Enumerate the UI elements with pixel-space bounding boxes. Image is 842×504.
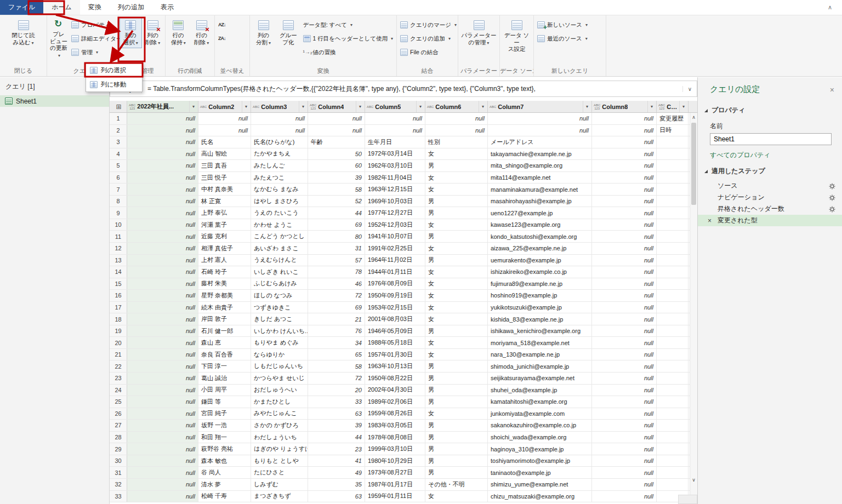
query-name-input[interactable] [710,133,832,145]
cell[interactable]: かつらやま せいじ [251,373,308,384]
cell[interactable]: 女 [425,290,488,301]
cell[interactable]: 生年月日 [365,136,425,148]
cell[interactable] [657,172,689,184]
cell[interactable]: null [592,136,657,148]
cell[interactable]: 1999年03月10日 [365,443,425,455]
cell[interactable]: 三田 真吾 [198,160,251,171]
cell[interactable]: null [592,172,657,184]
cell[interactable]: null [592,491,657,502]
cell[interactable]: 女 [425,491,488,502]
cell[interactable]: 石崎 玲子 [198,266,251,278]
row-number[interactable]: 16 [110,290,127,301]
cell[interactable]: さかの かずひろ [251,420,308,431]
row-number[interactable]: 8 [110,196,127,207]
column-header-column2[interactable]: ABCColumn2▾ [198,101,251,112]
cell[interactable]: 清水 夢 [198,479,251,490]
cell[interactable]: 性別 [425,136,488,148]
cell[interactable] [657,455,689,467]
cell[interactable]: null [592,196,657,207]
row-number[interactable]: 31 [110,467,127,478]
cell[interactable]: null [127,125,198,136]
cell[interactable]: 1944年01月11日 [365,266,425,278]
cell[interactable]: 63 [308,491,365,502]
remove-columns-button[interactable]: 列の 削除▾ [142,18,164,48]
cell[interactable]: null [592,455,657,467]
cell[interactable]: 石川 健一郎 [198,325,251,337]
advanced-editor-button[interactable]: 詳細エディター [69,32,124,45]
cell[interactable] [657,184,689,195]
cell[interactable]: 男 [425,196,488,207]
row-number[interactable]: 28 [110,432,127,443]
cell[interactable] [657,196,689,207]
cell[interactable]: 1977年12月27日 [365,207,425,219]
cell[interactable] [657,360,689,372]
cell[interactable]: 男 [425,373,488,384]
cell[interactable]: null [592,125,657,136]
cell[interactable]: 河瀬 葉子 [198,219,251,231]
row-number[interactable]: 1 [110,113,127,124]
cell[interactable] [657,373,689,384]
formula-input[interactable]: = Table.TransformColumnTypes(昇格されたヘッダー数,… [142,84,682,94]
cell[interactable]: fujimura89@example.ne.jp [488,278,592,290]
all-properties-link[interactable]: すべてのプロパティ [710,151,842,160]
cell[interactable]: null [127,337,198,348]
cell[interactable]: null [127,491,198,502]
cell[interactable]: chizu_matsuzaki@example.org [488,491,592,502]
cell[interactable]: null [592,373,657,384]
cell[interactable]: null [592,148,657,160]
cell[interactable]: 69 [308,219,365,231]
cell[interactable]: 1959年08月26日 [365,408,425,420]
cell[interactable] [657,148,689,160]
cell[interactable]: 72 [308,290,365,301]
cell[interactable]: 男 [425,443,488,455]
cell[interactable]: null [592,207,657,219]
filter-icon[interactable]: ▾ [679,101,687,112]
row-number[interactable]: 2 [110,125,127,136]
cell[interactable] [657,302,689,313]
cell[interactable]: junkomiyata@example.com [488,408,592,420]
cell[interactable]: null [592,443,657,455]
cell[interactable]: 80 [308,231,365,242]
cell[interactable]: 岸田 敦子 [198,313,251,325]
cell[interactable]: kondo_katsutoshi@example.org [488,231,592,242]
cell[interactable]: 男 [425,396,488,408]
cell[interactable]: null [592,396,657,408]
scrollbar-thumb[interactable] [691,123,696,205]
cell[interactable] [657,408,689,420]
cell[interactable]: shimoda_junichi@example.jp [488,360,592,372]
cell[interactable]: なかむら まなみ [251,184,308,195]
cell[interactable]: ほしの なつみ [251,290,308,301]
cell[interactable]: 72 [308,373,365,384]
cell[interactable]: 34 [308,337,365,348]
cell[interactable]: 57 [308,255,365,266]
cell[interactable]: nara_130@example.ne.jp [488,349,592,360]
cell[interactable]: null [308,125,365,136]
cell[interactable]: seijikatsurayama@example.net [488,373,592,384]
cell[interactable]: ueno1227@example.jp [488,207,592,219]
applied-step-4[interactable]: ×変更された型 [698,215,842,226]
cell[interactable]: null [592,360,657,372]
cell[interactable]: たにひさと [251,467,308,478]
cell[interactable]: 63 [308,408,365,420]
vertical-scrollbar[interactable]: ∧ ∨ [690,113,697,504]
cell[interactable]: null [127,136,198,148]
cell[interactable]: 上村 憲人 [198,255,251,266]
cell[interactable]: mita114@example.net [488,172,592,184]
cell[interactable]: 日時 [657,125,689,136]
cell[interactable]: 31 [308,243,365,254]
cell[interactable]: null [251,113,308,124]
cell[interactable]: うえむらけんと [251,255,308,266]
cell[interactable]: null [198,125,251,136]
cell[interactable] [657,278,689,290]
filter-icon[interactable]: ▾ [299,101,307,112]
cell[interactable]: null [127,467,198,478]
cell[interactable]: 相澤 真佐子 [198,243,251,254]
cell[interactable]: 女 [425,337,488,348]
row-number[interactable]: 24 [110,385,127,396]
cell[interactable]: null [592,290,657,301]
applied-step-1[interactable]: ソース [698,180,842,192]
cell[interactable]: null [592,337,657,348]
cell[interactable] [657,243,689,254]
cell[interactable] [657,432,689,443]
row-number[interactable]: 9 [110,207,127,219]
